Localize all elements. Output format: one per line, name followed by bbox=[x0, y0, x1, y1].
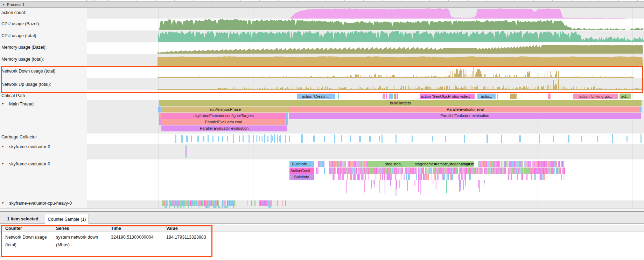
sidebar-item-main-thread[interactable]: ▾Main Thread bbox=[0, 102, 34, 107]
main-thread-slice[interactable]: Parallel Evaluator evaluation bbox=[161, 125, 287, 131]
stage-slice[interactable] bbox=[370, 167, 374, 174]
critical-path-slice[interactable] bbox=[338, 94, 339, 99]
track-name-sidebar: action count:CPU usage (Bazel):CPU usage… bbox=[0, 8, 87, 208]
main-thread-slice[interactable]: Parallel Evaluator evaluation bbox=[289, 113, 641, 119]
stage-slice[interactable] bbox=[524, 167, 529, 174]
skyframe-slice[interactable]: BuildInfo ... bbox=[289, 161, 314, 167]
tab-counter-sample[interactable]: Counter Sample (1) bbox=[45, 214, 89, 224]
cell-value: 184.1793113323983 bbox=[166, 233, 226, 241]
critical-path-slice[interactable] bbox=[384, 94, 385, 99]
details-panel: 1 item selected. Counter Sample (1) Coun… bbox=[0, 208, 644, 260]
skyframe-evaluator-0-marks[interactable] bbox=[186, 145, 187, 158]
sidebar-item-label: skyframe-evaluator-cpu-heavy-0 bbox=[9, 201, 72, 206]
selection-status: 1 item selected. bbox=[7, 217, 40, 221]
critical-path-slice[interactable] bbox=[497, 94, 498, 99]
table-header-row: Counter Series Time Value bbox=[0, 225, 644, 232]
cell-time: 324190.51300000004 bbox=[111, 233, 165, 241]
cell-counter: Network Down usage (total) bbox=[5, 233, 52, 249]
critical-path-slice[interactable]: act... bbox=[620, 94, 631, 99]
critical-path-slice[interactable] bbox=[394, 94, 396, 99]
critical-path-slice[interactable] bbox=[386, 94, 387, 99]
sidebar-item-label: Memory usage (total): bbox=[1, 57, 44, 62]
sidebar-item-label: skyframe-evaluator-0 bbox=[9, 162, 50, 166]
main-thread-slice[interactable]: buildTargets bbox=[159, 100, 642, 106]
main-thread-slice[interactable] bbox=[640, 107, 642, 112]
main-thread-slice[interactable] bbox=[286, 113, 288, 119]
main-thread-slice[interactable] bbox=[159, 119, 161, 125]
sidebar-item-label: Critical Path bbox=[1, 93, 25, 98]
trace-viewer-window: ▾ Process 1 action 'Creatin...action 'Ge… bbox=[0, 0, 644, 260]
skyframe-slice[interactable]: ActionConti... bbox=[289, 167, 314, 174]
sidebar-item-label: Main Thread bbox=[9, 102, 34, 107]
stage-slice-label: stage.remot... bbox=[461, 161, 474, 167]
stage-slice-label: stag,stag... bbox=[385, 161, 404, 167]
sidebar-item-memory-usage-total[interactable]: Memory usage (total): bbox=[0, 57, 44, 62]
skyframe-evaluator-cpu-heavy-slices[interactable] bbox=[162, 200, 286, 208]
counter-chart-network-up-usage-total[interactable] bbox=[158, 79, 643, 90]
critical-path-slice[interactable] bbox=[510, 94, 517, 99]
counter-chart-cpu-usage-bazel[interactable] bbox=[159, 19, 643, 30]
tab-counter-sample-label: Counter Sample (1) bbox=[48, 217, 86, 222]
main-thread-slice[interactable]: skyframeExecutor.configureTargets bbox=[161, 113, 286, 119]
main-thread-slice[interactable] bbox=[159, 113, 161, 119]
sidebar-item-skyframe-evaluator-0[interactable]: ▾skyframe-evaluator-0 bbox=[0, 144, 50, 149]
counter-chart-action-count[interactable] bbox=[290, 8, 626, 19]
critical-path-slice[interactable] bbox=[397, 94, 398, 99]
sidebar-item-critical-path[interactable]: Critical Path bbox=[0, 93, 25, 98]
main-thread-slice[interactable] bbox=[286, 119, 288, 125]
panel-divider[interactable] bbox=[0, 208, 644, 211]
counter-chart-memory-usage-total[interactable] bbox=[158, 56, 643, 66]
sidebar-item-skyframe-evaluator-cpu-heavy-0[interactable]: ▾skyframe-evaluator-cpu-heavy-0 bbox=[0, 201, 72, 206]
sidebar-item-network-down-usage-total[interactable]: Network Down usage (total): bbox=[0, 69, 57, 74]
skyframe-slice[interactable]: BuildInfo bbox=[289, 174, 314, 180]
collapse-triangle-icon[interactable]: ▾ bbox=[0, 102, 6, 105]
sidebar-item-label: CPU usage (total): bbox=[1, 33, 37, 38]
counter-chart-network-down-usage-total[interactable] bbox=[158, 67, 634, 78]
sidebar-item-label: action count: bbox=[1, 10, 26, 15]
sidebar-item-label: CPU usage (Bazel): bbox=[1, 21, 40, 26]
critical-path-slice[interactable]: action 'GenObjcProtos video/... bbox=[420, 94, 475, 99]
counter-chart-cpu-usage-total[interactable] bbox=[158, 31, 644, 42]
collapse-triangle-icon[interactable]: ▾ bbox=[0, 162, 6, 165]
col-header-time: Time bbox=[111, 226, 165, 231]
sidebar-item-label: Network Down usage (total): bbox=[1, 69, 57, 74]
sidebar-item-label: Memory usage (Bazel): bbox=[1, 45, 47, 50]
col-header-series: Series bbox=[56, 226, 108, 231]
critical-path-slice[interactable] bbox=[389, 94, 393, 99]
collapse-triangle-icon[interactable]: ▾ bbox=[0, 201, 6, 205]
critical-path-slice[interactable] bbox=[548, 94, 551, 99]
main-thread-slice[interactable]: runAnalysisPhase bbox=[161, 107, 289, 112]
sidebar-item-cpu-usage-total[interactable]: CPU usage (total): bbox=[0, 33, 37, 38]
critical-path-slice[interactable]: action 'Creatin... bbox=[297, 94, 335, 99]
sidebar-item-label: Garbage Collector bbox=[1, 135, 37, 139]
sidebar-item-action-count[interactable]: action count: bbox=[0, 10, 26, 15]
col-header-value: Value bbox=[166, 226, 226, 231]
cell-series: system network down (Mbps) bbox=[56, 233, 108, 249]
counter-chart-memory-usage-bazel[interactable] bbox=[158, 45, 643, 54]
col-header-counter: Counter bbox=[5, 226, 52, 231]
sidebar-item-label: skyframe-evaluator-0 bbox=[9, 144, 50, 149]
details-tab-bar: 1 item selected. Counter Sample (1) bbox=[0, 211, 644, 224]
sidebar-item-memory-usage-bazel[interactable]: Memory usage (Bazel): bbox=[0, 45, 47, 50]
collapse-triangle-icon[interactable]: ▾ bbox=[0, 144, 6, 148]
sidebar-item-label: Network Up usage (total): bbox=[1, 82, 51, 87]
main-thread-slice[interactable]: ParallelEvaluator.eval bbox=[289, 107, 641, 112]
gc-tick-marks[interactable] bbox=[175, 134, 642, 143]
critical-path-slice[interactable] bbox=[383, 94, 384, 99]
critical-path-slice[interactable]: action 'Linking go... bbox=[573, 94, 618, 99]
sidebar-item-cpu-usage-bazel[interactable]: CPU usage (Bazel): bbox=[0, 21, 40, 26]
sidebar-item-garbage-collector[interactable]: Garbage Collector bbox=[0, 135, 37, 139]
main-thread-slice[interactable] bbox=[158, 107, 161, 112]
sidebar-item-skyframe-evaluator-0[interactable]: ▾skyframe-evaluator-0 bbox=[0, 162, 50, 166]
critical-path-slice[interactable]: actio... bbox=[477, 94, 496, 99]
main-thread-slice[interactable]: ParallelEvaluator.eval bbox=[161, 119, 286, 125]
sidebar-item-network-up-usage-total[interactable]: Network Up usage (total): bbox=[0, 82, 51, 87]
